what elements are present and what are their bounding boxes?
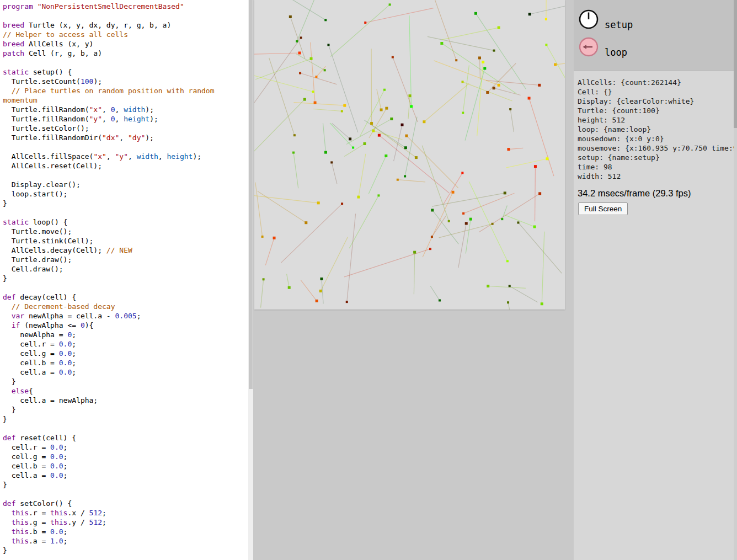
variable-item: mousedown: {x:0 y:0} — [578, 134, 737, 143]
setup-button[interactable] — [578, 9, 599, 30]
simulation-canvas[interactable] — [254, 0, 565, 310]
stopwatch-icon — [578, 23, 599, 31]
code-editor-scrollbar[interactable] — [248, 0, 253, 560]
variable-item: mousemove: {x:160.935 y:70.750 time:9 — [578, 143, 737, 153]
variables-list: AllCells: {count:262144} Cell: {} Displa… — [578, 78, 737, 181]
variable-item: height: 512 — [578, 115, 737, 125]
variable-item: Display: {clearColor:white} — [578, 97, 737, 106]
loop-arrow-icon — [578, 51, 599, 59]
variable-item: AllCells: {count:262144} — [578, 78, 737, 87]
frame-stats: 34.2 msecs/frame (29.3 fps) — [578, 188, 691, 199]
setup-control: setup — [578, 9, 633, 30]
code-scrollbar-thumb[interactable] — [249, 0, 253, 389]
variable-item: Cell: {} — [578, 87, 737, 97]
panel-scrollbar[interactable] — [734, 0, 737, 560]
setup-button-label[interactable]: setup — [605, 19, 633, 30]
simulation-background — [253, 0, 574, 560]
loop-button[interactable] — [578, 36, 599, 57]
variable-item: time: 98 — [578, 162, 737, 172]
code-content[interactable]: program "NonPersistentSmellDecrementBase… — [0, 0, 248, 555]
variable-item: setup: {name:setup} — [578, 153, 737, 162]
variable-item: width: 512 — [578, 172, 737, 181]
app-root: program "NonPersistentSmellDecrementBase… — [0, 0, 737, 560]
variable-item: loop: {name:loop} — [578, 125, 737, 134]
control-panel: setup loop AllCells: {count:262144} Cell… — [574, 0, 737, 560]
loop-button-label[interactable]: loop — [605, 47, 627, 58]
code-editor-pane: program "NonPersistentSmellDecrementBase… — [0, 0, 248, 560]
panel-scrollbar-thumb[interactable] — [734, 0, 737, 128]
loop-control: loop — [578, 36, 627, 57]
variable-item: Turtle: {count:100} — [578, 106, 737, 115]
fullscreen-button[interactable]: Full Screen — [578, 202, 628, 215]
